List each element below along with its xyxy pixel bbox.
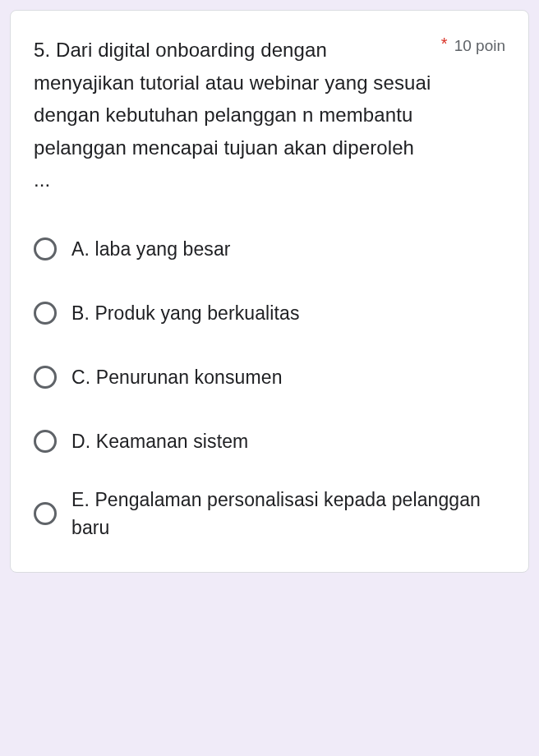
options-list: A. laba yang besar B. Produk yang berkua…	[34, 229, 505, 542]
option-d[interactable]: D. Keamanan sistem	[34, 422, 505, 461]
question-header: 5. Dari digital onboarding dengan menyaj…	[34, 34, 505, 196]
option-a[interactable]: A. laba yang besar	[34, 229, 505, 269]
option-b[interactable]: B. Produk yang berkualitas	[34, 293, 505, 333]
radio-icon	[34, 302, 57, 325]
option-label: B. Produk yang berkualitas	[71, 299, 299, 328]
option-c[interactable]: C. Penurunan konsumen	[34, 357, 505, 397]
question-card: 5. Dari digital onboarding dengan menyaj…	[10, 10, 529, 573]
option-label: D. Keamanan sistem	[71, 427, 248, 456]
radio-icon	[34, 430, 57, 453]
option-label: E. Pengalaman personalisasi kepada pelan…	[71, 486, 505, 542]
option-e[interactable]: E. Pengalaman personalisasi kepada pelan…	[34, 486, 505, 542]
option-label: A. laba yang besar	[71, 235, 231, 264]
option-label: C. Penurunan konsumen	[71, 363, 283, 392]
radio-icon	[34, 237, 57, 260]
radio-icon	[34, 366, 57, 389]
question-text: 5. Dari digital onboarding dengan menyaj…	[34, 34, 441, 196]
points-label: 10 poin	[454, 34, 505, 58]
required-marker: *	[441, 34, 448, 53]
radio-icon	[34, 502, 57, 525]
